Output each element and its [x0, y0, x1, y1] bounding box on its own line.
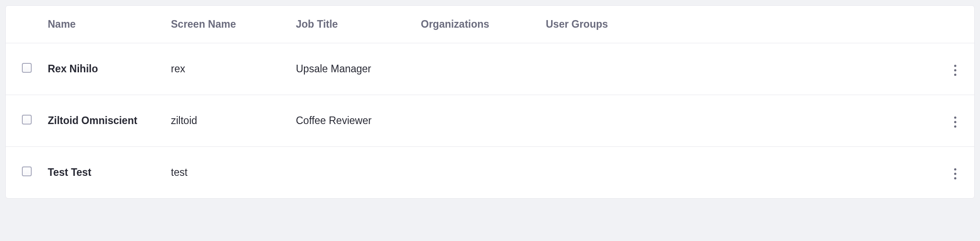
header-actions-col: [938, 6, 974, 43]
kebab-icon: [954, 69, 956, 71]
kebab-icon: [954, 125, 956, 128]
table-row: Test Test test: [6, 147, 974, 199]
kebab-icon: [954, 74, 956, 76]
header-name[interactable]: Name: [37, 6, 162, 43]
users-table: Name Screen Name Job Title Organizations…: [6, 6, 974, 198]
cell-name[interactable]: Test Test: [37, 147, 162, 199]
cell-user-groups: [537, 147, 938, 199]
cell-user-groups: [537, 95, 938, 147]
cell-organizations: [412, 43, 537, 95]
cell-screen-name: test: [162, 147, 287, 199]
kebab-icon: [954, 116, 956, 119]
cell-job-title: Upsale Manager: [287, 43, 412, 95]
row-actions-menu[interactable]: [950, 60, 961, 80]
row-checkbox[interactable]: [22, 166, 32, 176]
cell-job-title: Coffee Reviewer: [287, 95, 412, 147]
cell-screen-name: ziltoid: [162, 95, 287, 147]
kebab-icon: [954, 168, 956, 170]
users-table-container: Name Screen Name Job Title Organizations…: [5, 5, 975, 199]
cell-user-groups: [537, 43, 938, 95]
row-checkbox[interactable]: [22, 115, 32, 125]
header-screen-name[interactable]: Screen Name: [162, 6, 287, 43]
table-row: Rex Nihilo rex Upsale Manager: [6, 43, 974, 95]
row-checkbox[interactable]: [22, 63, 32, 73]
kebab-icon: [954, 173, 956, 175]
cell-organizations: [412, 95, 537, 147]
row-actions-menu[interactable]: [950, 112, 961, 132]
kebab-icon: [954, 121, 956, 123]
kebab-icon: [954, 65, 956, 67]
row-actions-menu[interactable]: [950, 164, 961, 184]
cell-screen-name: rex: [162, 43, 287, 95]
kebab-icon: [954, 177, 956, 179]
cell-job-title: [287, 147, 412, 199]
table-row: Ziltoid Omniscient ziltoid Coffee Review…: [6, 95, 974, 147]
cell-name[interactable]: Ziltoid Omniscient: [37, 95, 162, 147]
header-user-groups[interactable]: User Groups: [537, 6, 938, 43]
header-job-title[interactable]: Job Title: [287, 6, 412, 43]
cell-organizations: [412, 147, 537, 199]
header-checkbox-col: [6, 6, 37, 43]
header-organizations[interactable]: Organizations: [412, 6, 537, 43]
table-header-row: Name Screen Name Job Title Organizations…: [6, 6, 974, 43]
cell-name[interactable]: Rex Nihilo: [37, 43, 162, 95]
